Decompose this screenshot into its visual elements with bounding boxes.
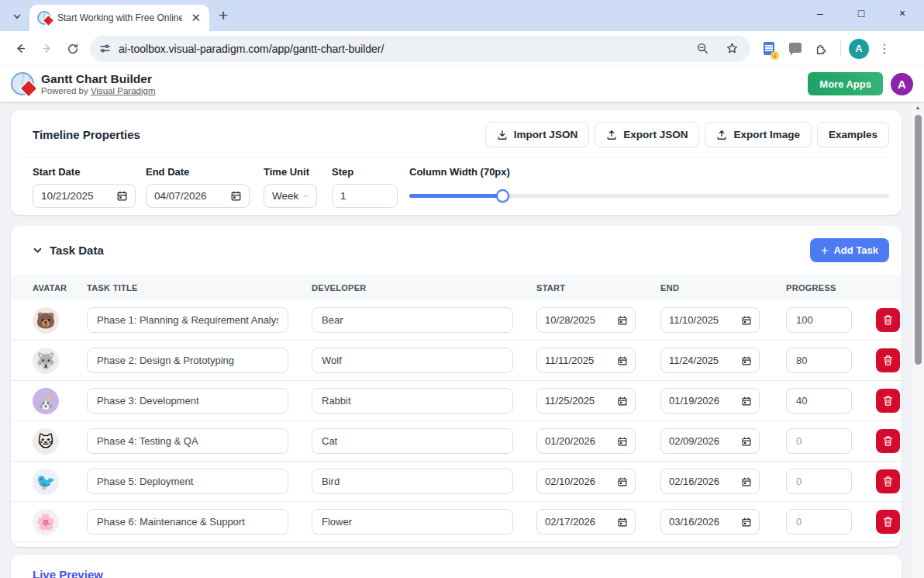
window-minimize-button[interactable]: – <box>812 7 828 19</box>
examples-button[interactable]: Examples <box>817 122 889 147</box>
end-date-input[interactable]: 03/16/2026 <box>660 509 760 535</box>
new-tab-button[interactable]: + <box>219 6 228 25</box>
calendar-icon <box>742 437 751 446</box>
app-logo-icon <box>11 72 34 95</box>
progress-input[interactable] <box>786 469 852 494</box>
task-title-input[interactable] <box>87 469 288 494</box>
scrollbar-thumb[interactable] <box>915 115 922 365</box>
delete-task-button[interactable] <box>876 348 900 372</box>
plus-icon: + <box>821 244 828 257</box>
delete-task-button[interactable] <box>876 469 900 493</box>
task-title-input[interactable] <box>87 348 288 373</box>
developer-input[interactable] <box>312 388 513 414</box>
zoom-icon[interactable] <box>691 38 713 60</box>
column-width-thumb[interactable] <box>496 189 509 202</box>
calendar-icon <box>618 437 627 446</box>
url-text[interactable]: ai-toolbox.visual-paradigm.com/app/gantt… <box>119 43 684 55</box>
end-date-input[interactable]: 02/09/2026 <box>660 428 760 454</box>
tab-close-icon[interactable]: ✕ <box>188 11 203 25</box>
tab-title: Start Working with Free Online <box>57 12 182 23</box>
task-data-toggle[interactable]: Task Data <box>33 244 104 257</box>
window-maximize-button[interactable]: □ <box>853 7 869 19</box>
extensions-puzzle-icon[interactable] <box>811 38 833 60</box>
delete-task-button[interactable] <box>876 308 900 332</box>
delete-task-button[interactable] <box>876 510 900 534</box>
developer-input[interactable] <box>312 469 513 494</box>
bookmark-star-icon[interactable] <box>721 38 743 60</box>
progress-input[interactable] <box>786 428 852 454</box>
step-input[interactable] <box>332 184 398 208</box>
developer-input[interactable] <box>312 307 513 333</box>
site-favicon-icon <box>37 11 51 25</box>
more-apps-button[interactable]: More Apps <box>808 72 883 95</box>
live-preview-title: Live Preview <box>33 568 902 578</box>
tab-search-chevron-icon[interactable] <box>6 5 28 27</box>
column-header-avatar: AVATAR <box>33 283 87 292</box>
start-date-input[interactable]: 01/20/2026 <box>536 428 636 454</box>
task-title-input[interactable] <box>87 307 288 333</box>
window-close-button[interactable]: × <box>895 7 910 19</box>
start-date-input[interactable]: 02/17/2026 <box>536 509 636 535</box>
url-bar[interactable]: ai-toolbox.visual-paradigm.com/app/gantt… <box>90 36 750 62</box>
calendar-icon <box>742 396 751 406</box>
start-date-label: Start Date <box>33 166 136 178</box>
rabbit-avatar: 🐰 <box>33 388 59 414</box>
task-table-header: AVATAR TASK TITLE DEVELOPER START END PR… <box>11 275 902 300</box>
end-date-input[interactable]: 01/19/2026 <box>660 388 760 414</box>
end-date-input[interactable]: 02/16/2026 <box>660 469 760 494</box>
comment-icon[interactable] <box>784 38 806 60</box>
end-date-input[interactable]: 11/24/2025 <box>660 348 760 373</box>
task-data-title: Task Data <box>50 244 104 257</box>
app-title: Gantt Chart Builder <box>41 72 155 86</box>
bird-avatar: 🐦 <box>33 469 59 495</box>
back-icon[interactable] <box>8 36 33 61</box>
time-unit-select[interactable]: Week <box>264 184 317 208</box>
window-controls: – □ × <box>803 0 919 26</box>
site-info-icon[interactable] <box>99 43 111 54</box>
start-date-input[interactable]: 11/11/2025 <box>536 348 636 373</box>
developer-input[interactable] <box>312 428 513 454</box>
import-json-button[interactable]: Import JSON <box>485 122 590 147</box>
browser-profile-avatar[interactable]: A <box>849 39 869 59</box>
visual-paradigm-link[interactable]: Visual Paradigm <box>91 86 156 95</box>
browser-tab[interactable]: Start Working with Free Online ✕ <box>29 5 209 31</box>
export-image-button[interactable]: Export Image <box>705 122 812 147</box>
timeline-properties-card: Timeline Properties Import JSON Export J… <box>11 110 902 215</box>
end-date-input[interactable]: 04/07/2026 <box>146 184 250 208</box>
progress-input[interactable] <box>786 348 852 373</box>
table-row: 🐦 02/10/2026 02/16/2026 <box>11 462 902 502</box>
calendar-icon <box>117 191 127 201</box>
start-date-input[interactable]: 02/10/2026 <box>536 469 636 494</box>
export-json-button[interactable]: Export JSON <box>595 122 699 147</box>
developer-input[interactable] <box>312 509 513 535</box>
progress-input[interactable] <box>786 388 852 414</box>
column-width-slider[interactable] <box>409 184 889 208</box>
trash-icon <box>882 476 894 487</box>
task-title-input[interactable] <box>87 428 288 454</box>
user-avatar[interactable]: A <box>891 73 913 95</box>
column-header-developer: DEVELOPER <box>312 283 536 292</box>
calendar-icon <box>231 191 241 201</box>
column-width-label: Column Width (70px) <box>409 166 889 178</box>
page-scrollbar[interactable]: ▲ <box>911 102 924 578</box>
start-date-input[interactable]: 10/21/2025 <box>33 184 136 208</box>
progress-input[interactable] <box>786 509 852 535</box>
calendar-icon <box>618 396 627 406</box>
chevron-down-icon <box>303 192 309 200</box>
pinned-extension-icon[interactable]: ↓ <box>758 38 780 60</box>
start-date-input[interactable]: 10/28/2025 <box>536 307 636 333</box>
task-title-input[interactable] <box>87 509 288 535</box>
developer-input[interactable] <box>312 348 513 373</box>
reload-icon[interactable] <box>60 36 85 61</box>
add-task-button[interactable]: + Add Task <box>810 238 889 262</box>
task-title-input[interactable] <box>87 388 288 414</box>
browser-menu-icon[interactable]: ⋮ <box>874 41 895 56</box>
end-date-input[interactable]: 11/10/2025 <box>660 307 760 333</box>
start-date-input[interactable]: 11/25/2025 <box>536 388 636 414</box>
scroll-up-icon[interactable]: ▲ <box>912 105 924 110</box>
delete-task-button[interactable] <box>876 389 900 413</box>
delete-task-button[interactable] <box>876 429 900 453</box>
progress-input[interactable] <box>786 307 852 333</box>
forward-icon[interactable] <box>34 36 59 61</box>
browser-tab-bar: Start Working with Free Online ✕ + – □ × <box>0 0 924 31</box>
